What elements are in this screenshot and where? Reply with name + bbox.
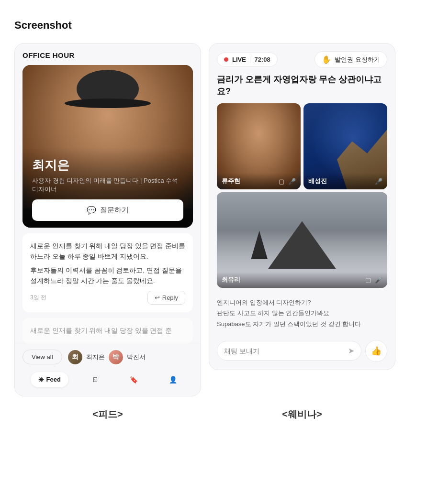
nav-tabs: ✳ Feed 🗓 🔖 👤 xyxy=(22,370,193,390)
view-all-label: View all xyxy=(32,353,53,361)
video-name-bar-1: 류주현 ▢ 🎤 xyxy=(217,173,301,189)
participant-3-name: 최유리 xyxy=(222,275,240,284)
video-cell-2: 배성진 🎤 xyxy=(303,103,387,189)
tab-calendar[interactable]: 🗓 xyxy=(84,372,106,387)
like-button[interactable]: 👍 xyxy=(365,340,387,362)
video-controls-1: ▢ 🎤 xyxy=(279,178,296,185)
avatar-stack: 최 최지은 박 박진서 xyxy=(67,349,146,365)
panels-container: OFFICE HOUR 최지은 사용자 경험 디자인의 미래를 만듭니다 | P… xyxy=(14,43,413,396)
feed-panel-label: <피드> xyxy=(14,408,201,421)
webinar-panel-label: <웨비나> xyxy=(209,408,395,421)
calendar-icon: 🗓 xyxy=(92,376,99,383)
thumbs-up-icon: 👍 xyxy=(371,346,382,356)
video-controls-2: 🎤 xyxy=(375,178,382,185)
chat-input[interactable] xyxy=(224,347,348,355)
tab-profile[interactable]: 👤 xyxy=(161,372,185,387)
feed-icon: ✳ xyxy=(38,376,44,383)
mic-icon-3: 🎤 xyxy=(375,276,382,284)
video-icon-3: ▢ xyxy=(365,276,371,284)
chat-input-wrap: ➤ xyxy=(217,341,361,361)
profile-icon: 👤 xyxy=(169,376,177,383)
avatar-label-2: 박진서 xyxy=(127,353,146,362)
chat-messages: 엔지니어의 입장에서 디자인하기? 판단도 사고도 하지 않는 인간들인가봐요 … xyxy=(217,294,387,335)
video-grid: 류주현 ▢ 🎤 배성진 🎤 xyxy=(217,103,387,288)
bottom-bar: View all 최 최지은 박 박진서 ✳ Feed xyxy=(15,344,201,396)
comment-text-1: 새로운 인재를 찾기 위해 내일 당장 있을 면접 준비를 하느라 오늘 하루 … xyxy=(30,241,185,262)
profile-name: 최지은 xyxy=(32,157,183,174)
chat-message-1: 엔지니어의 입장에서 디자인하기? xyxy=(217,297,387,308)
comment-card: 새로운 인재를 찾기 위해 내일 당장 있을 면접 준비를 하느라 오늘 하루 … xyxy=(22,233,193,312)
send-button[interactable]: ➤ xyxy=(348,346,354,355)
question-button-label: 질문하기 xyxy=(100,206,129,215)
question-button[interactable]: 💬 질문하기 xyxy=(32,199,183,221)
feed-label: Feed xyxy=(46,376,61,383)
mic-icon-1: 🎤 xyxy=(288,178,296,185)
video-cell-3: 최유리 ▢ 🎤 xyxy=(217,192,387,288)
comment-card-preview: 새로운 인재를 찾기 위해 내일 당장 있을 면접 준 xyxy=(22,318,193,344)
comment-preview-text: 새로운 인재를 찾기 위해 내일 당장 있을 면접 준 xyxy=(30,326,185,336)
chat-message-3: Supabase도 자기가 밀던 스택이었던 것 같긴 합니다 xyxy=(217,319,387,329)
page-title: Screenshot xyxy=(14,19,413,32)
raise-hand-button[interactable]: ✋ 발언권 요청하기 xyxy=(315,51,387,68)
comment-meta: 3일 전 ↩ Reply xyxy=(30,291,185,305)
live-divider xyxy=(250,56,251,63)
reply-label: Reply xyxy=(162,294,178,301)
mic-icon-2: 🎤 xyxy=(375,178,382,185)
panel-labels: <피드> <웨비나> xyxy=(14,401,413,421)
raise-hand-label: 발언권 요청하기 xyxy=(335,55,380,64)
profile-card: 최지은 사용자 경험 디자인의 미래를 만듭니다 | Postica 수석 디자… xyxy=(22,65,193,228)
profile-info: 최지은 사용자 경험 디자인의 미래를 만듭니다 | Postica 수석 디자… xyxy=(22,147,193,228)
reply-button[interactable]: ↩ Reply xyxy=(147,291,185,305)
avatar-user2: 박 xyxy=(108,349,124,365)
tab-feed[interactable]: ✳ Feed xyxy=(31,372,68,387)
video-name-bar-3: 최유리 ▢ 🎤 xyxy=(217,272,387,288)
video-name-bar-2: 배성진 🎤 xyxy=(303,173,387,189)
comment-time: 3일 전 xyxy=(30,294,46,302)
profile-description: 사용자 경험 디자인의 미래를 만듭니다 | Postica 수석 디자이너 xyxy=(32,176,183,194)
live-badge: LIVE 72:08 xyxy=(217,53,278,66)
reply-icon: ↩ xyxy=(155,294,160,301)
bookmark-icon: 🔖 xyxy=(130,376,138,383)
hat-brim xyxy=(65,99,151,108)
live-dot xyxy=(224,57,228,62)
video-cell-1: 류주현 ▢ 🎤 xyxy=(217,103,301,189)
avatar-label-1: 최지은 xyxy=(86,353,105,362)
video-controls-3: ▢ 🎤 xyxy=(365,276,382,284)
office-hour-label: OFFICE HOUR xyxy=(22,51,193,59)
video-icon-1: ▢ xyxy=(279,178,284,185)
view-all-button[interactable]: View all xyxy=(22,350,62,364)
hand-icon: ✋ xyxy=(322,55,331,64)
chat-message-2: 판단도 사고도 하지 않는 인간들인가봐요 xyxy=(217,308,387,318)
participant-2-name: 배성진 xyxy=(308,177,327,186)
webinar-title: 금리가 오른게 자영업자랑 무슨 상관이냐고요? xyxy=(217,74,387,98)
participant-1-name: 류주현 xyxy=(222,177,240,186)
live-timer: 72:08 xyxy=(254,56,270,63)
live-text: LIVE xyxy=(232,56,246,63)
view-all-row: View all 최 최지은 박 박진서 xyxy=(22,349,193,365)
send-icon: ➤ xyxy=(348,347,354,355)
chat-icon: 💬 xyxy=(87,206,96,215)
webinar-panel: LIVE 72:08 ✋ 발언권 요청하기 금리가 오른게 자영업자랑 무슨 상… xyxy=(209,43,395,370)
avatar-user1: 최 xyxy=(67,349,83,365)
avatar-image-2: 박 xyxy=(109,350,123,364)
feed-panel: OFFICE HOUR 최지은 사용자 경험 디자인의 미래를 만듭니다 | P… xyxy=(14,43,201,396)
tab-bookmark[interactable]: 🔖 xyxy=(122,372,146,387)
chat-input-row: ➤ 👍 xyxy=(217,335,387,370)
live-bar: LIVE 72:08 ✋ 발언권 요청하기 xyxy=(217,51,387,68)
avatar-image-1: 최 xyxy=(68,350,82,364)
comment-text-2: 후보자들의 이력서를 꼼꼼히 검토하고, 면접 질문을 설계하느라 정말 시간 … xyxy=(30,265,185,286)
